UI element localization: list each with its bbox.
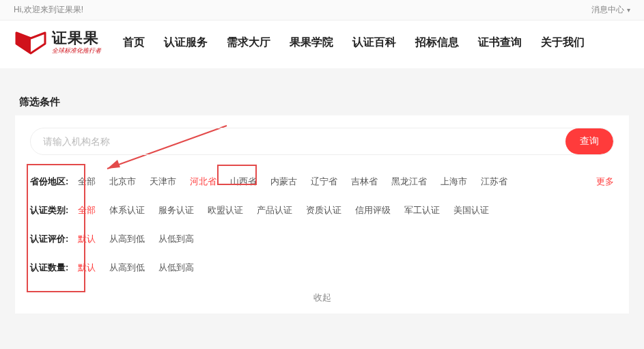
region-opt-shanxi[interactable]: 山西省 — [230, 176, 257, 188]
collapse-button[interactable]: 收起 — [301, 289, 344, 307]
count-label: 认证数量: — [30, 262, 78, 274]
header: 证果果 全球标准化推行者 首页 认证服务 需求大厅 果果学院 认证百科 招标信息… — [0, 20, 644, 68]
filter-row-rating: 认证评价: 默认 从高到低 从低到高 — [30, 225, 614, 253]
rating-options: 默认 从高到低 从低到高 — [78, 233, 614, 245]
region-opt-neimenggu[interactable]: 内蒙古 — [270, 176, 297, 188]
category-opt-all[interactable]: 全部 — [78, 204, 96, 217]
region-opt-jilin[interactable]: 吉林省 — [351, 176, 378, 188]
count-options: 默认 从高到低 从低到高 — [78, 262, 614, 274]
nav-demand[interactable]: 需求大厅 — [227, 36, 270, 50]
nav-home[interactable]: 首页 — [123, 36, 145, 50]
count-opt-default[interactable]: 默认 — [78, 262, 96, 274]
nav-wiki[interactable]: 认证百科 — [352, 36, 396, 50]
rating-opt-default[interactable]: 默认 — [78, 233, 96, 245]
nav-cert-search[interactable]: 证书查询 — [478, 36, 522, 50]
count-opt-desc[interactable]: 从高到低 — [109, 262, 145, 274]
filter-body: 查询 省份地区: 全部 北京市 天津市 河北省 山西省 内蒙古 辽宁省 吉林省 … — [15, 115, 629, 285]
search-button[interactable]: 查询 — [565, 128, 613, 154]
logo[interactable]: 证果果 全球标准化推行者 — [15, 30, 101, 55]
main-nav: 首页 认证服务 需求大厅 果果学院 认证百科 招标信息 证书查询 关于我们 — [123, 36, 585, 50]
category-opt-product[interactable]: 产品认证 — [257, 204, 292, 217]
filter-row-region: 省份地区: 全部 北京市 天津市 河北省 山西省 内蒙古 辽宁省 吉林省 黑龙江… — [30, 167, 614, 196]
filter-row-count: 认证数量: 默认 从高到低 从低到高 — [30, 253, 614, 282]
category-opt-qualification[interactable]: 资质认证 — [306, 204, 341, 217]
region-opt-liaoning[interactable]: 辽宁省 — [311, 176, 337, 188]
filter-panel: 筛选条件 查询 省份地区: 全部 北京市 天津市 河北省 山西省 内蒙古 辽宁省 — [15, 82, 629, 285]
category-opt-military[interactable]: 军工认证 — [404, 204, 440, 217]
region-opt-jiangsu[interactable]: 江苏省 — [481, 176, 507, 188]
category-label: 认证类别: — [30, 204, 78, 217]
chevron-down-icon: ▾ — [627, 6, 630, 14]
category-options: 全部 体系认证 服务认证 欧盟认证 产品认证 资质认证 信用评级 军工认证 美国… — [78, 204, 614, 217]
rating-label: 认证评价: — [30, 233, 78, 245]
search-input[interactable] — [31, 136, 565, 147]
count-opt-asc[interactable]: 从低到高 — [158, 262, 194, 274]
region-more-link[interactable]: 更多 — [596, 176, 614, 188]
nav-bidding[interactable]: 招标信息 — [415, 36, 459, 50]
search-row: 查询 — [30, 128, 614, 155]
filter-title: 筛选条件 — [15, 82, 629, 115]
category-opt-service[interactable]: 服务认证 — [158, 204, 194, 217]
logo-subtitle: 全球标准化推行者 — [52, 48, 101, 54]
category-opt-system[interactable]: 体系认证 — [109, 204, 145, 217]
rating-opt-desc[interactable]: 从高到低 — [109, 233, 145, 245]
region-opt-tianjin[interactable]: 天津市 — [150, 176, 176, 188]
region-options: 全部 北京市 天津市 河北省 山西省 内蒙古 辽宁省 吉林省 黑龙江省 上海市 … — [78, 176, 614, 188]
filter-row-category: 认证类别: 全部 体系认证 服务认证 欧盟认证 产品认证 资质认证 信用评级 军… — [30, 196, 614, 225]
region-opt-shanghai[interactable]: 上海市 — [440, 176, 467, 188]
category-opt-eu[interactable]: 欧盟认证 — [208, 204, 243, 217]
spacer — [0, 68, 644, 82]
region-opt-heilongjiang[interactable]: 黑龙江省 — [391, 176, 427, 188]
category-opt-usa[interactable]: 美国认证 — [453, 204, 489, 217]
logo-title: 证果果 — [52, 31, 101, 46]
welcome-text: Hi,欢迎来到证果果! — [14, 4, 83, 16]
logo-icon — [15, 30, 46, 55]
collapse-bar: 收起 — [15, 285, 629, 313]
message-center-link[interactable]: 消息中心 ▾ — [591, 4, 630, 16]
message-center-label: 消息中心 — [591, 4, 624, 16]
region-opt-all[interactable]: 全部 — [78, 176, 96, 188]
region-label: 省份地区: — [30, 176, 78, 188]
region-opt-hebei[interactable]: 河北省 — [190, 176, 216, 188]
category-opt-credit[interactable]: 信用评级 — [355, 204, 391, 217]
nav-academy[interactable]: 果果学院 — [290, 36, 333, 50]
logo-text: 证果果 全球标准化推行者 — [52, 31, 101, 54]
filter-rows: 省份地区: 全部 北京市 天津市 河北省 山西省 内蒙古 辽宁省 吉林省 黑龙江… — [30, 167, 614, 285]
rating-opt-asc[interactable]: 从低到高 — [158, 233, 194, 245]
nav-about[interactable]: 关于我们 — [541, 36, 585, 50]
top-bar: Hi,欢迎来到证果果! 消息中心 ▾ — [0, 0, 644, 20]
region-opt-beijing[interactable]: 北京市 — [109, 176, 136, 188]
nav-cert-service[interactable]: 认证服务 — [164, 36, 208, 50]
